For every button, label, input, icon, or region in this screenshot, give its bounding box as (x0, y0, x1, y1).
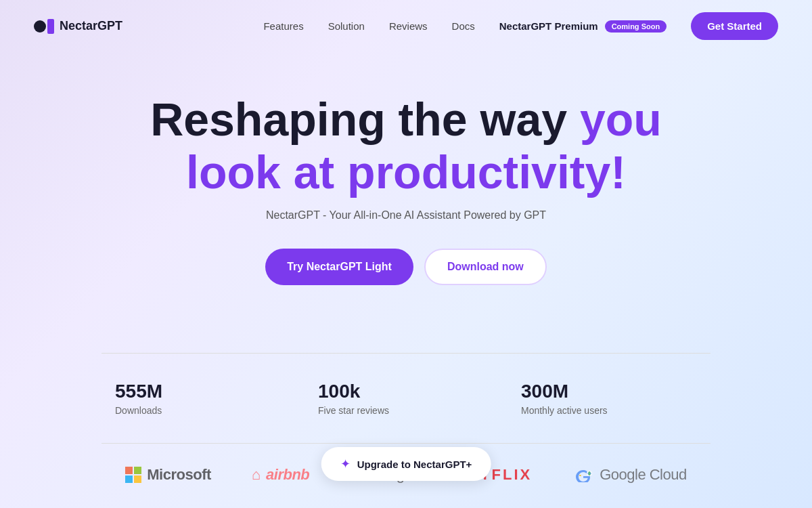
ms-square-3 (125, 475, 133, 483)
nav-links: Features Solution Reviews Docs NectarGPT… (263, 12, 778, 40)
stat-reviews: 100k Five star reviews (304, 374, 508, 423)
logo-rect (47, 19, 54, 34)
ms-square-2 (134, 467, 141, 474)
microsoft-text: Microsoft (147, 466, 211, 484)
logo-icon (34, 19, 54, 34)
upgrade-star-icon: ✦ (340, 457, 351, 471)
hero-title-highlight: you (580, 93, 662, 145)
google-cloud-icon (572, 467, 594, 482)
ms-square-4 (134, 475, 141, 483)
logo-circle (34, 20, 46, 33)
ms-square-1 (125, 467, 133, 474)
upgrade-banner[interactable]: ✦ Upgrade to NectarGPT+ (321, 447, 491, 481)
google-cloud-text: Google Cloud (600, 466, 687, 484)
premium-label: NectarGPT Premium (499, 20, 598, 32)
hero-title: Reshaping the way you look at productivi… (14, 93, 798, 198)
stat-users-label: Monthly active users (521, 405, 697, 416)
nav-docs[interactable]: Docs (452, 20, 475, 32)
google-cloud-logo: Google Cloud (572, 466, 687, 484)
hero-title-part1: Reshaping the way (150, 93, 567, 145)
try-light-button[interactable]: Try NectarGPT Light (265, 249, 413, 285)
airbnb-text: airbnb (266, 466, 309, 484)
hero-section: Reshaping the way you look at productivi… (0, 52, 812, 353)
navbar: NectarGPT Features Solution Reviews Docs… (0, 0, 812, 52)
logo-text: NectarGPT (60, 19, 122, 33)
upgrade-text: Upgrade to NectarGPT+ (357, 459, 472, 470)
hero-title-part2: look at productivity! (186, 146, 626, 198)
hero-subtitle: NectarGPT - Your All-in-One AI Assistant… (14, 209, 798, 221)
airbnb-icon: ⌂ (252, 466, 261, 484)
nav-features[interactable]: Features (263, 20, 303, 32)
stat-users-number: 300M (521, 381, 697, 402)
nav-premium: NectarGPT Premium Coming Soon (499, 20, 667, 33)
stat-downloads-label: Downloads (115, 405, 291, 416)
stats-section: 555M Downloads 100k Five star reviews 30… (102, 354, 710, 443)
download-now-button[interactable]: Download now (424, 249, 547, 285)
get-started-button[interactable]: Get Started (691, 12, 778, 40)
svg-rect-1 (579, 475, 581, 476)
stat-reviews-number: 100k (318, 381, 494, 402)
microsoft-logo: Microsoft (125, 466, 211, 484)
nav-solution[interactable]: Solution (328, 20, 365, 32)
stat-downloads-number: 555M (115, 381, 291, 402)
nav-reviews[interactable]: Reviews (389, 20, 428, 32)
coming-soon-badge: Coming Soon (605, 20, 667, 33)
logo[interactable]: NectarGPT (34, 19, 122, 34)
hero-buttons: Try NectarGPT Light Download now (14, 249, 798, 285)
microsoft-icon (125, 467, 141, 483)
stat-downloads: 555M Downloads (102, 374, 304, 423)
stat-users: 300M Monthly active users (508, 374, 710, 423)
stat-reviews-label: Five star reviews (318, 405, 494, 416)
airbnb-logo: ⌂ airbnb (252, 466, 310, 484)
